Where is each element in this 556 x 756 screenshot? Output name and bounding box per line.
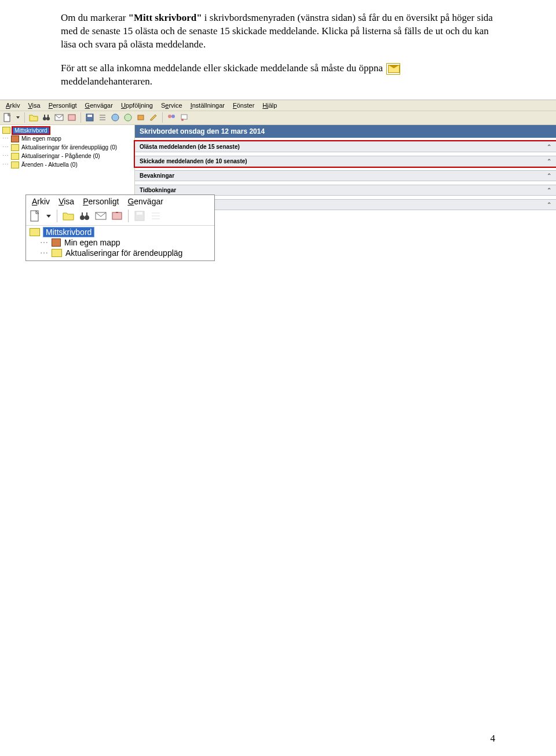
tree-item-minegenmapp[interactable]: ⋯ Min egen mapp bbox=[28, 237, 214, 248]
page-number: 4 bbox=[491, 733, 496, 744]
tree-item-minegenmapp[interactable]: ⋯ Min egen mapp bbox=[1, 134, 134, 143]
toolbar-dropdown-caret-icon[interactable] bbox=[15, 112, 21, 123]
menu-arkiv[interactable]: AArkivrkiv bbox=[2, 101, 23, 109]
people-icon[interactable] bbox=[166, 112, 177, 123]
svg-point-15 bbox=[168, 115, 171, 118]
tree-label: Min egen mapp bbox=[64, 238, 120, 247]
svg-point-21 bbox=[85, 215, 89, 220]
section-label: Skickade meddelanden (de 10 senaste) bbox=[140, 158, 247, 164]
contacts-icon[interactable] bbox=[67, 112, 77, 123]
menu-genvagar[interactable]: GenvägarGenvägar bbox=[82, 101, 116, 109]
menu-arkiv[interactable]: ArkivArkiv bbox=[28, 196, 53, 207]
binoculars-icon[interactable] bbox=[78, 210, 91, 222]
binoculars-icon[interactable] bbox=[41, 112, 52, 123]
tree-item-akt-upplag[interactable]: ⋯ Aktualiseringar för ärendeupplägg (0) bbox=[1, 143, 134, 152]
tree-label: Aktualiseringar - Pågående (0) bbox=[21, 153, 100, 159]
para2-tail: meddelandehanteraren. bbox=[61, 76, 152, 87]
mail-icon-toolbar[interactable] bbox=[94, 210, 107, 222]
svg-rect-22 bbox=[82, 212, 83, 216]
folder-icon bbox=[11, 153, 19, 160]
paragraph-1: Om du markerar "Mitt skrivbord" i skrivb… bbox=[61, 12, 495, 52]
folder-icon bbox=[30, 228, 40, 236]
svg-rect-23 bbox=[86, 212, 87, 216]
svg-rect-3 bbox=[44, 115, 45, 118]
folder-icon bbox=[11, 162, 19, 168]
tree-label: Ärenden - Aktuella (0) bbox=[21, 162, 78, 168]
section-skickade[interactable]: Skickade meddelanden (de 10 senaste) ⌃ bbox=[135, 156, 556, 167]
menu-personligt[interactable]: PersonligtPersonligt bbox=[79, 196, 122, 207]
save-icon bbox=[133, 210, 146, 222]
zoom-screenshot: ArkivArkiv VisaVisa PersonligtPersonligt… bbox=[25, 194, 215, 261]
mail-icon-toolbar[interactable] bbox=[54, 112, 64, 123]
section-label: Tidbokningar bbox=[140, 187, 176, 193]
page-title: Skrivbordet onsdag den 12 mars 2014 bbox=[135, 125, 556, 138]
section-bevakningar[interactable]: Bevakningar ⌃ bbox=[135, 170, 556, 181]
svg-rect-17 bbox=[181, 115, 187, 119]
svg-point-13 bbox=[125, 114, 131, 121]
folder-icon bbox=[11, 135, 19, 142]
new-document-icon[interactable] bbox=[2, 112, 13, 123]
cert-icon[interactable] bbox=[179, 112, 189, 123]
app-screenshot: AArkivrkiv VisaVisa PersonligtPersonligt… bbox=[0, 100, 556, 210]
folder-icon bbox=[52, 249, 62, 257]
globe-icon[interactable] bbox=[110, 112, 120, 123]
chevron-up-icon: ⌃ bbox=[547, 158, 551, 164]
menubar: AArkivrkiv VisaVisa PersonligtPersonligt… bbox=[0, 100, 556, 111]
new-document-icon[interactable] bbox=[29, 210, 42, 222]
orange-card-icon[interactable] bbox=[136, 112, 146, 123]
tree-label: Min egen mapp bbox=[21, 135, 61, 142]
tree-item-mittskrivbord[interactable]: Mittskrivbord bbox=[28, 227, 214, 237]
menu-genvagar[interactable]: GenvägarGenvägar bbox=[124, 196, 166, 207]
chevron-up-icon: ⌃ bbox=[547, 144, 551, 150]
tree-label: Mittskrivbord bbox=[43, 227, 94, 237]
folder-icon bbox=[11, 144, 19, 151]
menu-visa[interactable]: VisaVisa bbox=[55, 196, 78, 207]
zoom-menubar: ArkivArkiv VisaVisa PersonligtPersonligt… bbox=[26, 195, 214, 208]
save-icon[interactable] bbox=[85, 112, 95, 123]
tree-item-arenden[interactable]: ⋯ Ärenden - Aktuella (0) bbox=[1, 160, 134, 169]
svg-rect-28 bbox=[137, 212, 142, 215]
chevron-up-icon: ⌃ bbox=[547, 173, 551, 179]
chevron-up-icon: ⌃ bbox=[547, 187, 551, 193]
zoom-tree: Mittskrivbord ⋯ Min egen mapp ⋯ Aktualis… bbox=[26, 226, 214, 260]
svg-point-16 bbox=[171, 115, 175, 118]
open-folder-icon[interactable] bbox=[28, 112, 39, 123]
menu-visa[interactable]: VisaVisa bbox=[24, 101, 43, 109]
svg-point-18 bbox=[181, 119, 184, 121]
menu-uppfoljning[interactable]: UppföljningUppföljning bbox=[118, 101, 156, 109]
list-icon bbox=[149, 210, 162, 222]
list-icon[interactable] bbox=[97, 112, 108, 123]
svg-point-20 bbox=[80, 215, 85, 220]
svg-rect-25 bbox=[112, 212, 122, 219]
tree-item-akt-upplag[interactable]: ⋯ Aktualiseringar för ärendeuppläg bbox=[28, 248, 214, 258]
svg-rect-14 bbox=[138, 115, 144, 120]
section-label: Bevakningar bbox=[140, 173, 174, 179]
menu-fonster[interactable]: FönsterFönster bbox=[229, 101, 258, 109]
para2-lead: För att se alla inkomna meddelande eller… bbox=[61, 63, 385, 74]
contacts-icon[interactable] bbox=[111, 210, 123, 222]
svg-rect-4 bbox=[47, 115, 49, 118]
para1-lead: Om du markerar bbox=[61, 12, 129, 23]
toolbar bbox=[0, 111, 556, 125]
svg-point-12 bbox=[112, 114, 119, 121]
pencil-icon[interactable] bbox=[148, 112, 159, 123]
menu-personligt[interactable]: PersonligtPersonligt bbox=[45, 101, 81, 109]
section-olasta[interactable]: Olästa meddelanden (de 15 senaste) ⌃ bbox=[135, 141, 556, 152]
section-label: Olästa meddelanden (de 15 senaste) bbox=[140, 144, 240, 150]
paragraph-2: För att se alla inkomna meddelande eller… bbox=[61, 62, 495, 89]
svg-rect-26 bbox=[116, 212, 118, 213]
menu-service[interactable]: ServiceService bbox=[158, 101, 186, 109]
check-circle-icon[interactable] bbox=[123, 112, 133, 123]
zoom-toolbar bbox=[26, 208, 214, 226]
tree-item-akt-pagaende[interactable]: ⋯ Aktualiseringar - Pågående (0) bbox=[1, 152, 134, 160]
para1-bold: "Mitt skrivbord" bbox=[129, 12, 202, 23]
menu-installningar[interactable]: InställningarInställningar bbox=[187, 101, 228, 109]
mail-icon bbox=[386, 63, 400, 75]
folder-icon bbox=[2, 127, 10, 134]
open-folder-icon[interactable] bbox=[62, 210, 75, 222]
toolbar-dropdown-caret-icon[interactable] bbox=[45, 210, 52, 222]
menu-hjalp[interactable]: HjälpHjälp bbox=[259, 101, 280, 109]
tree-label: Mittskrivbord bbox=[13, 127, 49, 134]
svg-rect-8 bbox=[87, 115, 92, 117]
tree-item-mittskrivbord[interactable]: Mittskrivbord bbox=[1, 126, 134, 134]
